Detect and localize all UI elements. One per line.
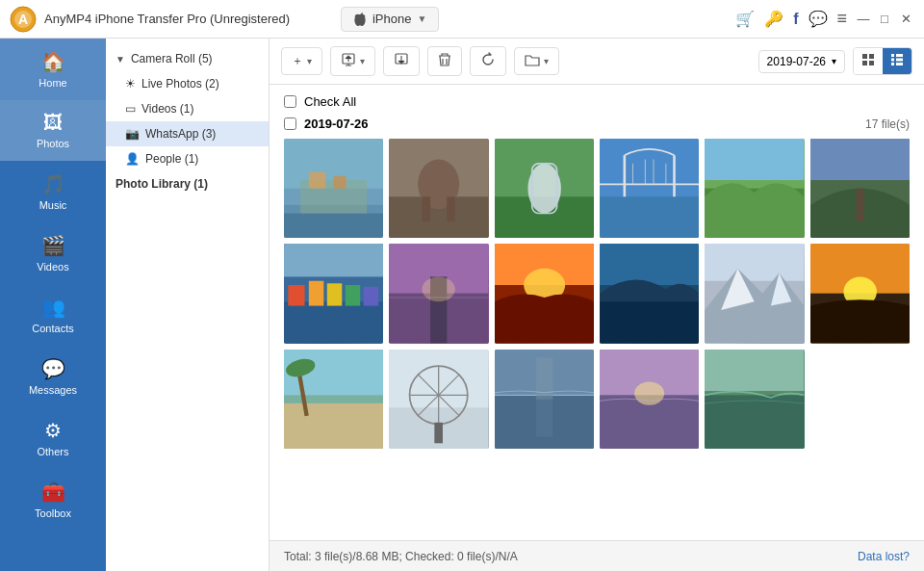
view-list-button[interactable] bbox=[883, 48, 911, 74]
svg-rect-5 bbox=[862, 54, 867, 59]
svg-rect-95 bbox=[705, 350, 804, 391]
date-checkbox[interactable] bbox=[284, 117, 296, 130]
svg-rect-47 bbox=[284, 302, 383, 344]
photo-2[interactable] bbox=[389, 139, 488, 238]
add-icon: ＋ bbox=[292, 53, 303, 69]
videos-icon: 🎬 bbox=[41, 234, 65, 257]
status-bar: Total: 3 file(s)/8.68 MB; Checked: 0 fil… bbox=[270, 540, 924, 571]
photo-14[interactable] bbox=[389, 350, 488, 449]
content-area: ＋ ▾ ▾ bbox=[270, 39, 924, 571]
device-selector[interactable]: iPhone ▼ bbox=[341, 7, 439, 32]
sidebar-item-photos[interactable]: 🖼 Photos bbox=[0, 100, 106, 161]
photo-3[interactable] bbox=[495, 139, 594, 238]
close-button[interactable]: ✕ bbox=[897, 11, 914, 28]
photos-area: Check All 2019-07-26 17 file(s) bbox=[270, 85, 924, 540]
cart-icon[interactable]: 🛒 bbox=[735, 10, 755, 28]
menu-icon[interactable]: ≡ bbox=[837, 9, 848, 29]
photo-1[interactable] bbox=[284, 139, 383, 238]
photo-10[interactable] bbox=[600, 244, 699, 343]
svg-rect-64 bbox=[600, 244, 699, 285]
folder-icon bbox=[525, 53, 540, 69]
export-icon bbox=[341, 52, 356, 70]
sidebar-item-music[interactable]: 🎵 Music bbox=[0, 161, 106, 222]
sidebar-item-messages[interactable]: 💬 Messages bbox=[0, 346, 106, 407]
tree-item-people[interactable]: 👤 People (1) bbox=[106, 146, 269, 171]
svg-rect-14 bbox=[896, 63, 903, 65]
photo-17[interactable] bbox=[705, 350, 804, 449]
key-icon[interactable]: 🔑 bbox=[764, 10, 783, 28]
sidebar-item-contacts[interactable]: 👥 Contacts bbox=[0, 284, 106, 346]
sidebar-item-others[interactable]: ⚙ Others bbox=[0, 407, 106, 469]
photo-6[interactable] bbox=[810, 139, 910, 238]
sidebar-item-videos[interactable]: 🎬 Videos bbox=[0, 222, 106, 284]
check-all-row: Check All bbox=[284, 94, 910, 109]
import-button[interactable] bbox=[383, 46, 420, 76]
photo-15[interactable] bbox=[495, 350, 594, 449]
photo-12[interactable] bbox=[810, 244, 910, 343]
photo-5[interactable] bbox=[705, 139, 804, 238]
photo-13[interactable] bbox=[284, 350, 383, 449]
view-grid-button[interactable] bbox=[854, 48, 883, 74]
svg-rect-13 bbox=[896, 59, 903, 62]
check-all-label: Check All bbox=[304, 94, 356, 109]
device-dropdown-arrow[interactable]: ▼ bbox=[417, 13, 426, 24]
others-icon: ⚙ bbox=[44, 419, 62, 442]
add-button[interactable]: ＋ ▾ bbox=[281, 47, 322, 75]
device-name: iPhone bbox=[372, 12, 411, 26]
tree-label-videos-sub: Videos (1) bbox=[141, 102, 193, 116]
tree-item-camera-roll[interactable]: ▼ Camera Roll (5) bbox=[106, 46, 269, 71]
svg-rect-11 bbox=[891, 63, 894, 65]
svg-rect-19 bbox=[309, 171, 325, 188]
status-text: Total: 3 file(s)/8.68 MB; Checked: 0 fil… bbox=[284, 550, 518, 563]
delete-icon bbox=[438, 52, 451, 70]
tree-item-live-photos[interactable]: ☀ Live Photos (2) bbox=[106, 71, 269, 96]
svg-rect-43 bbox=[810, 139, 910, 180]
date-filter-dropdown[interactable]: 2019-07-26 ▾ bbox=[758, 50, 845, 73]
sidebar-item-toolbox[interactable]: 🧰 Toolbox bbox=[0, 469, 106, 531]
file-count-label: 17 file(s) bbox=[865, 117, 910, 131]
svg-point-93 bbox=[634, 381, 664, 404]
svg-rect-49 bbox=[309, 281, 323, 306]
date-group-label: 2019-07-26 bbox=[304, 117, 369, 131]
tree-label-live-photos: Live Photos (2) bbox=[141, 77, 219, 91]
file-tree: ▼ Camera Roll (5) ☀ Live Photos (2) ▭ Vi… bbox=[106, 39, 270, 571]
svg-rect-7 bbox=[862, 61, 867, 65]
folder-button[interactable]: ▾ bbox=[514, 47, 559, 75]
export-button[interactable]: ▾ bbox=[330, 46, 375, 76]
tree-item-whatsapp[interactable]: 📷 WhatsApp (3) bbox=[106, 121, 269, 146]
app-title: AnyMP4 iPhone Transfer Pro (Unregistered… bbox=[44, 12, 341, 26]
photo-16[interactable] bbox=[600, 350, 699, 449]
tree-arrow-camera-roll: ▼ bbox=[116, 54, 125, 65]
facebook-icon[interactable]: f bbox=[793, 11, 798, 28]
date-value: 2019-07-26 bbox=[767, 55, 826, 68]
svg-rect-8 bbox=[869, 61, 874, 65]
sidebar-item-home[interactable]: 🏠 Home bbox=[0, 39, 106, 100]
music-icon: 🎵 bbox=[41, 172, 65, 195]
photo-grid bbox=[284, 139, 910, 449]
minimize-button[interactable]: — bbox=[855, 11, 872, 28]
photo-9[interactable] bbox=[495, 244, 594, 343]
tree-item-videos-sub[interactable]: ▭ Videos (1) bbox=[106, 96, 269, 121]
maximize-button[interactable]: □ bbox=[876, 11, 893, 28]
app-logo: A bbox=[10, 6, 37, 33]
svg-rect-51 bbox=[346, 285, 360, 306]
chat-icon[interactable]: 💬 bbox=[808, 10, 828, 28]
photo-4[interactable] bbox=[600, 139, 699, 238]
tree-label-photo-library: Photo Library (1) bbox=[116, 177, 208, 191]
data-lost-link[interactable]: Data lost? bbox=[858, 550, 910, 563]
videos-sub-icon: ▭ bbox=[125, 102, 136, 116]
whatsapp-icon: 📷 bbox=[125, 127, 140, 141]
title-bar-actions: 🛒 🔑 f 💬 ≡ bbox=[735, 9, 847, 29]
svg-rect-9 bbox=[891, 54, 894, 57]
photo-8[interactable] bbox=[389, 244, 488, 343]
svg-rect-89 bbox=[536, 395, 552, 436]
svg-rect-74 bbox=[284, 403, 383, 449]
svg-rect-10 bbox=[891, 59, 894, 62]
check-all-checkbox[interactable] bbox=[284, 95, 296, 108]
refresh-button[interactable] bbox=[470, 46, 506, 76]
photo-7[interactable] bbox=[284, 244, 383, 343]
tree-item-photo-library[interactable]: Photo Library (1) bbox=[106, 171, 269, 196]
photo-11[interactable] bbox=[705, 244, 804, 343]
delete-button[interactable] bbox=[427, 46, 462, 76]
title-bar: A AnyMP4 iPhone Transfer Pro (Unregister… bbox=[0, 0, 924, 39]
